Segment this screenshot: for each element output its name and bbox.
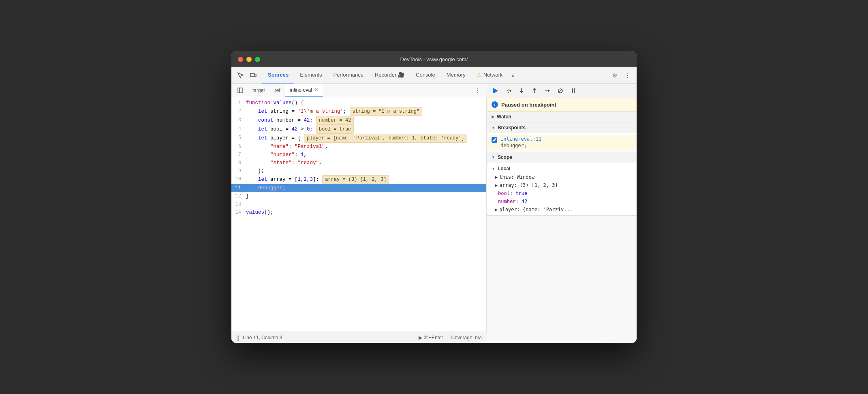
breakpoint-info: inline-eval:11 debugger;	[500, 136, 541, 148]
list-item[interactable]: ▶ this: Window	[487, 173, 637, 181]
watch-label: Watch	[497, 114, 511, 120]
inspect-element-icon[interactable]	[235, 70, 246, 81]
breakpoints-section-header[interactable]: ▼ Breakpoints	[487, 122, 637, 133]
breakpoints-section: ▼ Breakpoints inline-eval:11 debugger;	[487, 122, 637, 152]
list-item[interactable]: ▶ array: (3) [1, 2, 3]	[487, 181, 637, 189]
pause-on-exceptions-button[interactable]	[568, 85, 579, 96]
network-warning-icon: ⚠	[477, 72, 482, 78]
title-bar: DevTools - www.google.com/	[231, 51, 637, 67]
close-button[interactable]	[238, 57, 243, 62]
eval-bubble: player = {name: 'Parzival', number: 1, s…	[304, 134, 467, 143]
table-row: 2 let string = 'I\'m a string';string = …	[231, 107, 486, 116]
svg-marker-13	[548, 89, 550, 92]
step-over-button[interactable]	[503, 85, 514, 96]
breakpoints-label: Breakpoints	[498, 125, 526, 131]
paused-text: Paused on breakpoint	[501, 102, 556, 108]
more-options-icon[interactable]: ⋮	[622, 70, 633, 81]
list-item[interactable]: ▶ player: {name: 'Parziv...	[487, 206, 637, 214]
breakpoint-item: inline-eval:11 debugger;	[487, 135, 637, 150]
deactivate-breakpoints-button[interactable]	[555, 85, 566, 96]
tab-sources[interactable]: Sources	[262, 67, 294, 84]
tab-console[interactable]: Console	[410, 67, 441, 84]
file-tab-target[interactable]: target	[248, 84, 270, 97]
svg-marker-4	[494, 88, 498, 93]
step-button[interactable]	[542, 85, 553, 96]
file-tab-inline-eval[interactable]: inline-eval ✕	[285, 84, 323, 97]
file-tab-ref[interactable]: ref	[270, 84, 285, 97]
code-lines: 1 function values() { 2 let string = 'I\…	[231, 97, 486, 332]
tab-bar-icons	[235, 70, 259, 81]
tab-memory[interactable]: Memory	[441, 67, 471, 84]
svg-rect-1	[255, 74, 256, 77]
svg-rect-0	[250, 73, 254, 77]
svg-rect-5	[493, 88, 494, 93]
svg-marker-6	[510, 90, 511, 92]
svg-rect-17	[574, 88, 575, 93]
tab-elements[interactable]: Elements	[294, 67, 327, 84]
eval-bubble: array = (3) [1, 2, 3]	[322, 175, 389, 184]
watch-section: ▶ Watch	[487, 111, 637, 122]
navigator-toggle-icon[interactable]	[235, 85, 246, 96]
table-row: 10 let array = [1,2,3];array = (3) [1, 2…	[231, 175, 486, 184]
window-title: DevTools - www.google.com/	[400, 56, 468, 62]
tab-settings-area: ⚙ ⋮	[609, 70, 633, 81]
table-row: 14 values();	[231, 208, 486, 216]
table-row: 12 }	[231, 192, 486, 200]
eval-bubble: bool = true	[316, 125, 354, 134]
file-tab-bar: target ref inline-eval ✕ ⋮	[231, 84, 487, 97]
tab-network[interactable]: ⚠ Network	[471, 67, 509, 84]
status-bar: {} Line 11, Column 3 ▶ ⌘+Enter Coverage:…	[231, 332, 487, 343]
breakpoints-triangle-icon: ▼	[492, 126, 495, 130]
main-tabs: Sources Elements Performance Recorder 🎥 …	[262, 67, 609, 84]
scope-section: ▼ Scope ▼ Local ▶ this: Wind	[487, 152, 637, 216]
list-item: bool: true	[487, 189, 637, 197]
svg-rect-16	[572, 88, 573, 93]
watch-triangle-icon: ▶	[492, 115, 494, 119]
paused-banner: i Paused on breakpoint	[487, 98, 637, 111]
run-button[interactable]: ▶ ⌘+Enter	[419, 335, 443, 340]
minimize-button[interactable]	[246, 57, 252, 62]
scope-triangle-icon: ▼	[492, 155, 495, 159]
breakpoint-checkbox[interactable]	[492, 137, 497, 143]
scope-section-body: ▼ Local ▶ this: Window ▶ arra	[487, 163, 637, 215]
table-row: 5 let player = {player = {name: 'Parziva…	[231, 134, 486, 143]
table-row: 8 "state": "ready",	[231, 159, 486, 167]
main-tab-bar: Sources Elements Performance Recorder 🎥 …	[231, 67, 637, 84]
eval-bubble: string = "I'm a string"	[350, 107, 423, 116]
traffic-lights	[238, 57, 260, 62]
editor-position: Line 11, Column 3	[243, 335, 282, 340]
watch-section-header[interactable]: ▶ Watch	[487, 111, 637, 122]
device-toolbar-icon[interactable]	[248, 70, 259, 81]
step-into-button[interactable]	[516, 85, 527, 96]
main-content: target ref inline-eval ✕ ⋮	[231, 84, 637, 343]
table-row: 9 };	[231, 167, 486, 175]
tab-recorder[interactable]: Recorder 🎥	[369, 67, 410, 84]
devtools-body: Sources Elements Performance Recorder 🎥 …	[231, 67, 637, 343]
resume-button[interactable]	[490, 85, 501, 96]
step-out-button[interactable]	[529, 85, 540, 96]
expand-icon: ▶	[495, 174, 498, 180]
table-row: 13	[231, 200, 486, 208]
tab-performance[interactable]: Performance	[328, 67, 369, 84]
expand-icon: ▶	[495, 207, 498, 212]
debug-toolbar	[487, 84, 637, 98]
local-scope-header[interactable]: ▼ Local	[487, 164, 637, 173]
breakpoint-file: inline-eval:11	[500, 136, 541, 142]
close-file-tab-icon[interactable]: ✕	[314, 87, 318, 92]
settings-icon[interactable]: ⚙	[609, 70, 620, 81]
table-row: 3 const number = 42;number = 42	[231, 116, 486, 125]
coverage-text: Coverage: n/a	[451, 335, 482, 340]
table-row: 4 let bool = 42 > 0;bool = true	[231, 125, 486, 134]
svg-marker-9	[520, 91, 523, 93]
scope-label: Scope	[498, 154, 512, 160]
more-tabs-button[interactable]: »	[508, 72, 518, 79]
local-scope-group: ▼ Local ▶ this: Window ▶ arra	[487, 164, 637, 214]
more-file-tabs-icon[interactable]: ⋮	[472, 85, 483, 96]
eval-bubble: number = 42	[316, 116, 354, 125]
format-button[interactable]: {}	[236, 335, 239, 340]
local-triangle-icon: ▼	[492, 167, 495, 171]
scope-section-header[interactable]: ▼ Scope	[487, 152, 637, 163]
maximize-button[interactable]	[255, 57, 260, 62]
table-row: 7 "number": 1,	[231, 151, 486, 159]
table-row: 1 function values() {	[231, 99, 486, 107]
